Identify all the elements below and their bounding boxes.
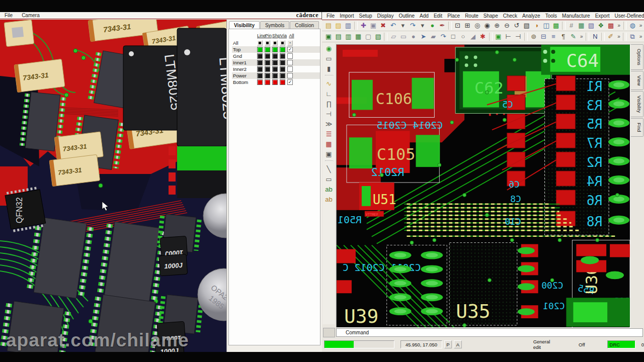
color-layer-icon[interactable]: ▧	[587, 21, 596, 30]
layer-line-swatch[interactable]	[257, 60, 263, 65]
manual-void-icon[interactable]: ▰	[429, 32, 438, 41]
delay-tune-icon[interactable]: ∏	[325, 100, 334, 109]
slide-route-icon[interactable]: ∿	[325, 79, 334, 88]
net-schedule-icon[interactable]: N	[591, 32, 600, 41]
zoom-out-icon[interactable]: ⊖	[503, 21, 512, 30]
save-drawing-icon[interactable]: ▥	[344, 21, 353, 30]
menu-item[interactable]: Tools	[543, 13, 559, 19]
ui-elements-icon[interactable]: ▭	[325, 54, 334, 63]
layer-pin-swatch[interactable]	[265, 73, 270, 78]
layer-stack-icon[interactable]: ☰	[325, 130, 334, 139]
layer-shape-swatch[interactable]	[272, 60, 278, 65]
layer-line-swatch[interactable]	[257, 53, 263, 59]
layer-visible-checkbox[interactable]	[287, 73, 293, 78]
panel-tab[interactable]: Visibility	[631, 91, 643, 117]
layer-pin-swatch[interactable]	[265, 60, 270, 65]
edit-text-icon[interactable]: ab	[325, 195, 334, 204]
layer-pin-swatch[interactable]	[265, 66, 270, 72]
layer-column-header[interactable]: Line	[257, 33, 265, 40]
layer-line-swatch[interactable]	[257, 79, 263, 85]
menu-item[interactable]: Analyze	[520, 13, 543, 19]
menu-item[interactable]: File	[324, 13, 337, 19]
layer-pin-swatch[interactable]	[265, 53, 270, 59]
drc-update-icon[interactable]: ▣	[494, 32, 503, 41]
layer-via-swatch[interactable]	[280, 53, 285, 59]
spacing-icon[interactable]: ⊣	[325, 110, 334, 119]
layer-shape-swatch[interactable]	[272, 79, 278, 85]
zoom-previous-icon[interactable]: ↺	[512, 21, 521, 30]
layer-column-header[interactable]: Shp	[272, 33, 280, 40]
via-pattern-icon[interactable]: ▦	[325, 140, 334, 149]
toolbar-overflow[interactable]: »	[579, 32, 584, 41]
separator[interactable]	[489, 32, 493, 41]
select-shape-icon[interactable]: ➤	[419, 32, 428, 41]
flip-design-icon[interactable]: ▩	[551, 21, 560, 30]
menu-item[interactable]: File	[0, 13, 17, 18]
layer-shape-swatch[interactable]	[272, 40, 278, 46]
panel-tab[interactable]: Find	[631, 118, 643, 136]
measure-start-icon[interactable]: ⊢	[504, 32, 513, 41]
copy-icon[interactable]: ▣	[369, 21, 378, 30]
open-drawing-icon[interactable]: ▨	[334, 21, 343, 30]
menu-item[interactable]: Outline	[396, 13, 417, 19]
layer-visible-checkbox[interactable]	[287, 53, 293, 59]
help-info-icon[interactable]: ◍	[628, 21, 637, 30]
rect-void-icon[interactable]: □	[449, 32, 458, 41]
separator[interactable]	[524, 32, 528, 41]
redo-dropdown-icon[interactable]: ▾	[418, 21, 427, 30]
shape-edit-app-icon[interactable]: ✐	[606, 32, 615, 41]
layer-line-swatch[interactable]	[257, 40, 263, 46]
menu-item[interactable]: Manufacture	[559, 13, 593, 19]
toolbar-overflow[interactable]: »	[616, 21, 622, 30]
delete-icon[interactable]: ✖	[379, 21, 388, 30]
layer-visible-checkbox[interactable]	[287, 66, 293, 72]
layer-line-swatch[interactable]	[257, 73, 263, 78]
menu-item[interactable]: Display	[375, 13, 396, 19]
new-drawing-icon[interactable]: ▤	[324, 21, 333, 30]
color-dialog-icon[interactable]: ▦	[577, 21, 586, 30]
layer-visible-checkbox[interactable]: ✓	[287, 79, 293, 85]
pick-grid-button[interactable]: P	[444, 340, 452, 348]
layer-pin-swatch[interactable]	[265, 40, 270, 46]
menu-item[interactable]: Shape	[481, 13, 501, 19]
add-rect-icon[interactable]: ▭	[325, 175, 334, 184]
menu-item[interactable]: Edit	[431, 13, 445, 19]
menu-item[interactable]: Route	[462, 13, 481, 19]
design-browse-icon[interactable]: ◉	[325, 44, 334, 53]
layer-via-swatch[interactable]	[280, 79, 285, 85]
shape-merge-icon[interactable]: ▦	[354, 32, 363, 41]
zoom-in-icon[interactable]: ⊕	[493, 21, 502, 30]
grid-toggle-icon[interactable]: #	[567, 21, 576, 30]
toolbar-overflow[interactable]: »	[638, 21, 643, 30]
panel-tab[interactable]: Collision	[290, 21, 319, 29]
menu-item[interactable]: Camera	[17, 13, 44, 18]
separator[interactable]	[448, 21, 452, 30]
zoom-workspace-icon[interactable]: ⊞	[463, 21, 472, 30]
add-polygon-icon[interactable]: ▱	[389, 32, 398, 41]
layer-visible-checkbox[interactable]: ✓	[287, 47, 293, 52]
zoom-selection-icon[interactable]: ▧	[522, 21, 531, 30]
circle-void-icon[interactable]: ○	[458, 32, 467, 41]
layer-via-swatch[interactable]	[280, 60, 285, 65]
menu-item[interactable]: Place	[445, 13, 462, 19]
menu-item[interactable]: User-Defined	[612, 13, 644, 19]
menu-item[interactable]: Export	[593, 13, 612, 19]
shape-select-icon[interactable]: ▣	[324, 32, 333, 41]
menu-item[interactable]: Add	[417, 13, 431, 19]
shape-edit-boundary-icon[interactable]: ▥	[344, 32, 353, 41]
component-place-icon[interactable]: ▮	[325, 64, 334, 73]
layer-via-swatch[interactable]	[280, 40, 285, 46]
layer-pin-swatch[interactable]	[265, 47, 270, 52]
layer-line-swatch[interactable]	[257, 66, 263, 72]
panel-tab[interactable]: Symbols	[260, 21, 289, 29]
add-line-icon[interactable]: ╲	[325, 165, 334, 174]
fix-icon[interactable]: ●	[428, 21, 437, 30]
layer-visible-checkbox[interactable]: ▪	[287, 40, 293, 46]
view-3d-icon[interactable]: ◫	[542, 21, 551, 30]
redraw-icon[interactable]: ◑	[532, 21, 541, 30]
shadow-mode-icon[interactable]: ❖	[597, 21, 606, 30]
panel-tab[interactable]: Options	[631, 44, 643, 70]
panel-tab[interactable]: Visibility	[229, 21, 260, 29]
copy-shape-icon[interactable]: ▣	[325, 150, 334, 159]
layer-column-header[interactable]: All	[287, 33, 296, 40]
